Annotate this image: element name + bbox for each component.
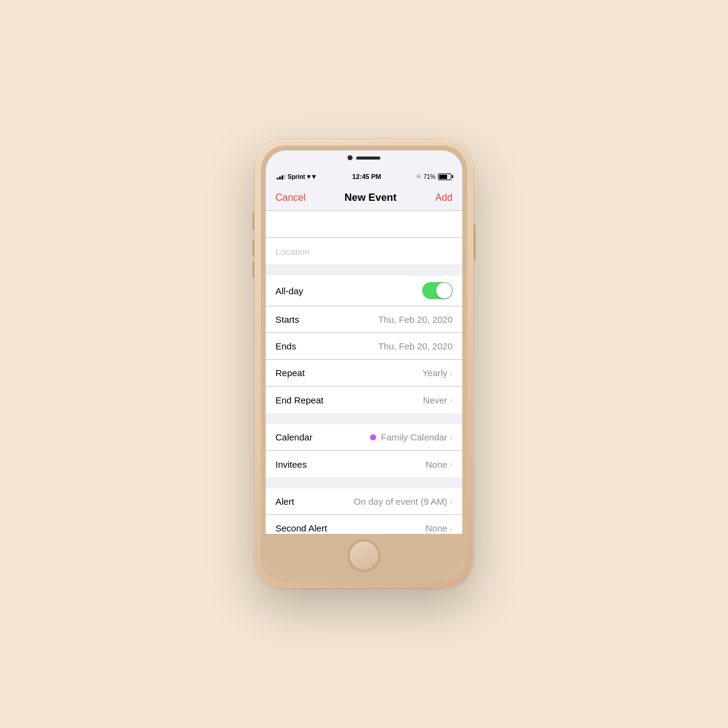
calendar-section: Calendar Family Calendar › Invitees None…: [266, 424, 462, 477]
second-alert-row[interactable]: Second Alert None ›: [266, 515, 462, 534]
location-icon: ☉: [416, 174, 421, 180]
battery-percent: 71%: [423, 174, 436, 180]
invitees-value: None ›: [425, 459, 453, 470]
calendar-value: Family Calendar ›: [370, 432, 453, 442]
ends-value: Thu, Feb 20, 2020: [378, 341, 453, 351]
ends-row[interactable]: Ends Thu, Feb 20, 2020: [266, 333, 462, 360]
ends-label: Ends: [275, 341, 296, 351]
battery-fill: [439, 175, 447, 179]
top-bar: [266, 150, 462, 169]
allday-label: All-day: [275, 286, 303, 296]
calendar-color-dot: [370, 434, 376, 440]
status-time: 12:45 PM: [352, 173, 382, 180]
home-button[interactable]: [349, 541, 379, 571]
event-title-row[interactable]: Amelia's Birthday: [266, 211, 462, 238]
alert-section: Alert On day of event (9 AM) › Second Al…: [266, 488, 462, 534]
end-repeat-value: Never ›: [423, 395, 453, 405]
location-placeholder: Location: [275, 246, 310, 257]
title-section: Amelia's Birthday Location: [266, 211, 462, 265]
speaker-bar: [356, 157, 380, 160]
camera-area: [348, 155, 380, 160]
nav-bar: Cancel New Event Add: [266, 184, 462, 211]
repeat-label: Repeat: [275, 368, 305, 378]
datetime-section: All-day Starts Thu, Feb 20, 2020 Ends Th…: [266, 275, 462, 413]
carrier-label: Sprint: [288, 174, 305, 180]
status-right: ☉ 71%: [416, 174, 451, 180]
signal-bar-1: [277, 178, 278, 180]
phone-device: Sprint ▾▼ 12:45 PM ☉ 71% Cancel New Even…: [255, 140, 473, 588]
volume-up-button: [252, 240, 255, 257]
content-area: Amelia's Birthday Location All-day: [266, 211, 462, 534]
allday-toggle[interactable]: [422, 282, 453, 299]
invitees-row[interactable]: Invitees None ›: [266, 451, 462, 477]
status-left: Sprint ▾▼: [277, 173, 317, 181]
repeat-value: Yearly ›: [422, 368, 453, 378]
home-button-area: [266, 534, 462, 578]
wifi-icon: ▾▼: [307, 173, 317, 181]
starts-row[interactable]: Starts Thu, Feb 20, 2020: [266, 306, 462, 333]
signal-bar-2: [279, 177, 281, 180]
event-title-input[interactable]: Amelia's Birthday: [275, 219, 453, 229]
allday-row[interactable]: All-day: [266, 275, 462, 306]
repeat-row[interactable]: Repeat Yearly ›: [266, 360, 462, 386]
toggle-knob: [436, 283, 452, 298]
calendar-chevron: ›: [450, 433, 453, 442]
invitees-chevron: ›: [450, 459, 453, 469]
second-alert-value: None ›: [425, 523, 453, 533]
end-repeat-chevron: ›: [450, 395, 453, 405]
end-repeat-label: End Repeat: [275, 395, 323, 405]
end-repeat-row[interactable]: End Repeat Never ›: [266, 386, 462, 413]
calendar-row[interactable]: Calendar Family Calendar ›: [266, 424, 462, 451]
cancel-button[interactable]: Cancel: [275, 192, 306, 203]
starts-label: Starts: [275, 314, 299, 325]
invitees-label: Invitees: [275, 459, 307, 470]
battery-icon: [438, 174, 451, 180]
add-button[interactable]: Add: [436, 192, 453, 203]
volume-down-button: [252, 261, 255, 278]
calendar-label: Calendar: [275, 432, 312, 442]
nav-title: New Event: [345, 192, 397, 204]
repeat-chevron: ›: [450, 368, 453, 378]
camera-dot: [348, 155, 352, 160]
status-bar: Sprint ▾▼ 12:45 PM ☉ 71%: [266, 169, 462, 184]
gap-3: [266, 477, 462, 488]
signal-bar-4: [284, 174, 286, 180]
second-alert-chevron: ›: [450, 524, 453, 533]
alert-label: Alert: [275, 496, 294, 507]
signal-bars: [277, 174, 286, 180]
gap-2: [266, 413, 462, 424]
alert-value: On day of event (9 AM) ›: [354, 496, 453, 507]
alert-row[interactable]: Alert On day of event (9 AM) ›: [266, 488, 462, 515]
starts-value: Thu, Feb 20, 2020: [378, 314, 453, 325]
screen: Sprint ▾▼ 12:45 PM ☉ 71% Cancel New Even…: [266, 150, 462, 578]
alert-chevron: ›: [450, 497, 453, 507]
phone-inner: Sprint ▾▼ 12:45 PM ☉ 71% Cancel New Even…: [261, 146, 467, 582]
signal-bar-3: [281, 175, 283, 180]
volume-buttons: [252, 240, 255, 278]
gap-1: [266, 265, 462, 275]
second-alert-label: Second Alert: [275, 523, 327, 533]
location-row[interactable]: Location: [266, 238, 462, 265]
